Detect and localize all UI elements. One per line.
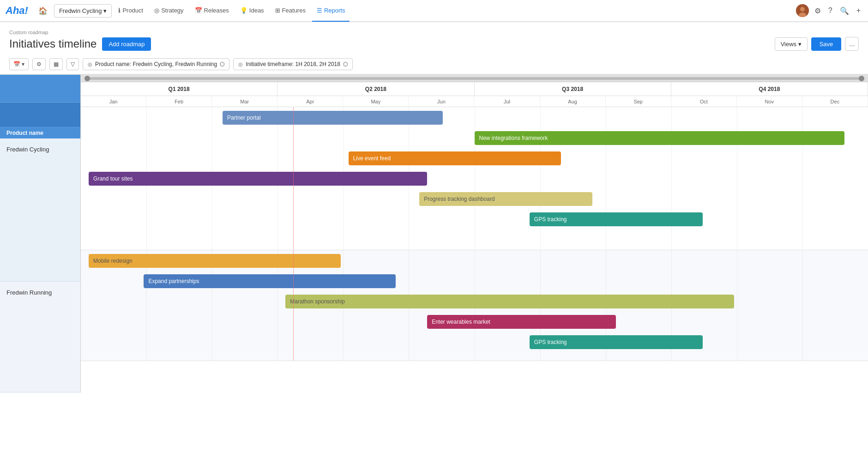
- info-icon: ℹ: [118, 7, 121, 14]
- navbar: Aha! 🏠 Fredwin Cycling ▾ ℹ Product ◎ Str…: [0, 0, 868, 22]
- page-header-right: Views ▾ Save ...: [775, 37, 859, 51]
- timeframe-filter-label: Initiative timeframe: 1H 2018, 2H 2018: [246, 61, 340, 67]
- chart-container: . Product name Fredwin Cycling Fredwin R…: [0, 74, 868, 392]
- bar-label: Enter wearables market: [432, 319, 490, 325]
- page-header: Custom roadmap Initiatives timeline Add …: [0, 22, 868, 54]
- bar-label: Live event feed: [353, 155, 391, 162]
- add-icon[interactable]: +: [855, 5, 862, 17]
- toolbar-settings-button[interactable]: ⚙: [32, 58, 46, 70]
- quarters-row: Q1 2018 Q2 2018 Q3 2018 Q4 2018: [81, 82, 868, 96]
- month-jun: Jun: [409, 96, 474, 107]
- nav-reports[interactable]: ☰ Reports: [312, 0, 350, 22]
- bar-label: New integrations framework: [479, 135, 548, 141]
- product-filter-label: Product name: Fredwin Cycling, Fredwin R…: [95, 61, 217, 67]
- label-fredwin-cycling: Fredwin Cycling: [0, 139, 80, 282]
- breadcrumb: Custom roadmap: [9, 30, 859, 35]
- nav-ideas[interactable]: 💡 Ideas: [235, 0, 269, 22]
- nav-releases[interactable]: 📅 Releases: [190, 0, 234, 22]
- svg-point-1: [800, 7, 805, 12]
- month-sep: Sep: [606, 96, 671, 107]
- month-may: May: [343, 96, 409, 107]
- bar-label: Partner portal: [227, 115, 261, 121]
- bar-integrations[interactable]: New integrations framework: [475, 131, 844, 145]
- bar-live-event[interactable]: Live event feed: [349, 151, 561, 165]
- avatar[interactable]: [796, 4, 809, 17]
- filter-button[interactable]: ▽: [66, 58, 79, 70]
- settings-icon[interactable]: ⚙: [813, 5, 823, 17]
- label-col-header: .: [0, 75, 80, 103]
- month-oct: Oct: [671, 96, 737, 107]
- timeframe-filter-chevron: ⬡: [343, 61, 348, 67]
- calendar-chevron: ▾: [22, 61, 24, 67]
- gantt-section-running: Mobile redesign Expand partnerships Mara…: [81, 250, 868, 361]
- month-nov: Nov: [737, 96, 802, 107]
- nav-features[interactable]: ⊞ Features: [271, 0, 310, 22]
- timeframe-filter-pill[interactable]: ◎ Initiative timeframe: 1H 2018, 2H 2018…: [233, 58, 353, 70]
- filter-icon: ▽: [71, 61, 75, 67]
- nav-right: ⚙ ? 🔍 +: [796, 4, 862, 17]
- bar-grand-tour[interactable]: Grand tour sites: [89, 172, 427, 186]
- bar-label: Mobile redesign: [93, 258, 133, 264]
- gear-icon: ⚙: [36, 61, 42, 67]
- bar-gps-running[interactable]: GPS tracking: [530, 335, 703, 349]
- gantt-section-cycling: Partner portal New integrations framewor…: [81, 107, 868, 250]
- search-icon[interactable]: 🔍: [838, 5, 851, 17]
- timeframe-filter-icon: ◎: [238, 61, 243, 67]
- bar-label: GPS tracking: [534, 339, 567, 345]
- bar-marathon[interactable]: Marathon sponsorship: [285, 295, 734, 308]
- slider-track: [85, 77, 863, 80]
- quarter-q2: Q2 2018: [277, 82, 474, 96]
- workspace-dropdown[interactable]: Fredwin Cycling ▾: [54, 4, 112, 18]
- slider-thumb-right[interactable]: [859, 76, 864, 81]
- month-apr: Apr: [277, 96, 343, 107]
- quarter-q4: Q4 2018: [671, 82, 868, 96]
- slider-thumb-left[interactable]: [84, 76, 90, 81]
- today-line-cycling: [293, 107, 294, 250]
- month-dec: Dec: [802, 96, 868, 107]
- save-button[interactable]: Save: [811, 37, 842, 51]
- gantt-right: Q1 2018 Q2 2018 Q3 2018 Q4 2018 Jan Feb …: [81, 75, 868, 392]
- calendar-small-icon: 📅: [13, 61, 20, 67]
- fredwin-running-label: Fredwin Running: [6, 289, 52, 296]
- bar-progress-tracking[interactable]: Progress tracking dashboard: [419, 192, 592, 206]
- strategy-icon: ◎: [154, 7, 159, 14]
- product-name-header: Product name: [6, 130, 43, 136]
- bar-mobile-redesign[interactable]: Mobile redesign: [89, 254, 341, 268]
- workspace-label: Fredwin Cycling: [59, 7, 102, 14]
- bar-label: Marathon sponsorship: [290, 298, 345, 305]
- nav-product[interactable]: ℹ Product: [114, 0, 148, 22]
- quarter-q3: Q3 2018: [475, 82, 671, 96]
- bar-gps-cycling[interactable]: GPS tracking: [530, 212, 703, 226]
- month-mar: Mar: [212, 96, 277, 107]
- nav-strategy[interactable]: ◎ Strategy: [150, 0, 188, 22]
- calendar-view-button[interactable]: 📅 ▾: [9, 58, 29, 70]
- layout-icon: ▦: [54, 61, 59, 67]
- fredwin-cycling-label: Fredwin Cycling: [6, 146, 49, 153]
- bar-wearables[interactable]: Enter wearables market: [427, 315, 616, 329]
- views-button[interactable]: Views ▾: [775, 37, 808, 51]
- label-column: . Product name Fredwin Cycling Fredwin R…: [0, 75, 81, 392]
- quarter-q1: Q1 2018: [81, 82, 277, 96]
- more-options-button[interactable]: ...: [845, 37, 859, 51]
- logo[interactable]: Aha!: [6, 5, 28, 17]
- month-aug: Aug: [540, 96, 606, 107]
- month-jul: Jul: [474, 96, 540, 107]
- bar-label: Expand partnerships: [148, 278, 199, 284]
- bar-partner-portal[interactable]: Partner portal: [223, 111, 443, 125]
- home-icon[interactable]: 🏠: [34, 4, 52, 18]
- product-filter-chevron: ⬡: [220, 61, 224, 67]
- calendar-icon: 📅: [195, 7, 202, 14]
- page-title: Initiatives timeline: [9, 37, 96, 50]
- bar-expand-partnerships[interactable]: Expand partnerships: [144, 274, 396, 288]
- layout-button[interactable]: ▦: [49, 58, 63, 70]
- add-roadmap-button[interactable]: Add roadmap: [102, 37, 151, 51]
- months-row: Jan Feb Mar Apr May Jun Jul Aug Sep Oct …: [81, 96, 868, 107]
- slider-row[interactable]: [81, 75, 868, 82]
- help-icon[interactable]: ?: [826, 5, 834, 17]
- product-filter-pill[interactable]: ◎ Product name: Fredwin Cycling, Fredwin…: [83, 58, 229, 70]
- reports-icon: ☰: [317, 7, 322, 14]
- product-filter-icon: ◎: [88, 61, 92, 67]
- bar-label: GPS tracking: [534, 216, 567, 223]
- chevron-down-icon: ▾: [103, 7, 107, 14]
- bar-label: Progress tracking dashboard: [424, 196, 494, 202]
